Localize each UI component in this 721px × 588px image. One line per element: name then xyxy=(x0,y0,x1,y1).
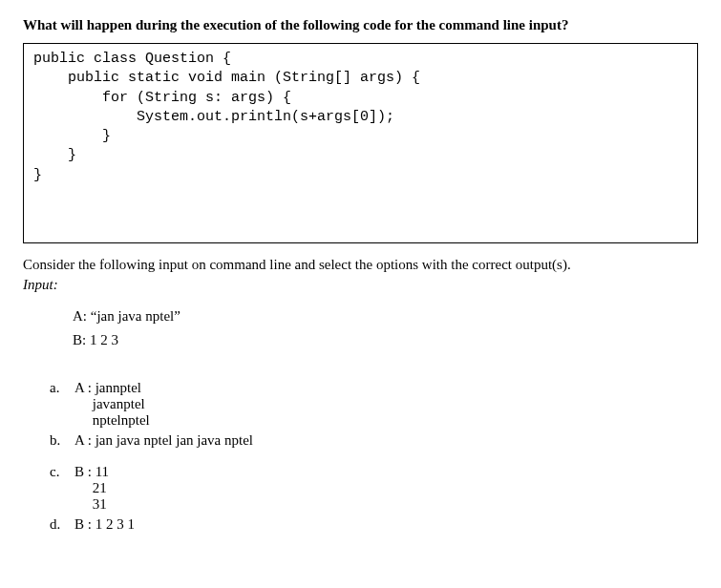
instruction-text: Consider the following input on command … xyxy=(23,257,698,273)
option-text: B : 1 2 3 1 xyxy=(74,516,135,533)
option-c: c. B : 11 21 31 xyxy=(50,464,698,513)
option-letter: d. xyxy=(50,516,74,533)
option-text: A : jan java nptel jan java nptel xyxy=(74,432,253,449)
option-b: b. A : jan java nptel jan java nptel xyxy=(50,432,698,449)
option-text: A : jannptel javanptel nptelnptel xyxy=(74,380,150,429)
input-list: A: “jan java nptel” B: 1 2 3 xyxy=(73,304,698,353)
answer-options: a. A : jannptel javanptel nptelnptel b. … xyxy=(50,380,698,533)
option-a: a. A : jannptel javanptel nptelnptel xyxy=(50,380,698,429)
question-title: What will happen during the execution of… xyxy=(23,17,698,33)
option-letter: c. xyxy=(50,464,74,480)
input-b: B: 1 2 3 xyxy=(73,328,698,353)
code-block: public class Question { public static vo… xyxy=(23,43,698,243)
input-heading: Input: xyxy=(23,277,698,293)
option-text: B : 11 21 31 xyxy=(74,464,109,513)
option-letter: a. xyxy=(50,380,74,396)
option-d: d. B : 1 2 3 1 xyxy=(50,516,698,533)
option-letter: b. xyxy=(50,432,74,449)
input-a: A: “jan java nptel” xyxy=(73,304,698,329)
